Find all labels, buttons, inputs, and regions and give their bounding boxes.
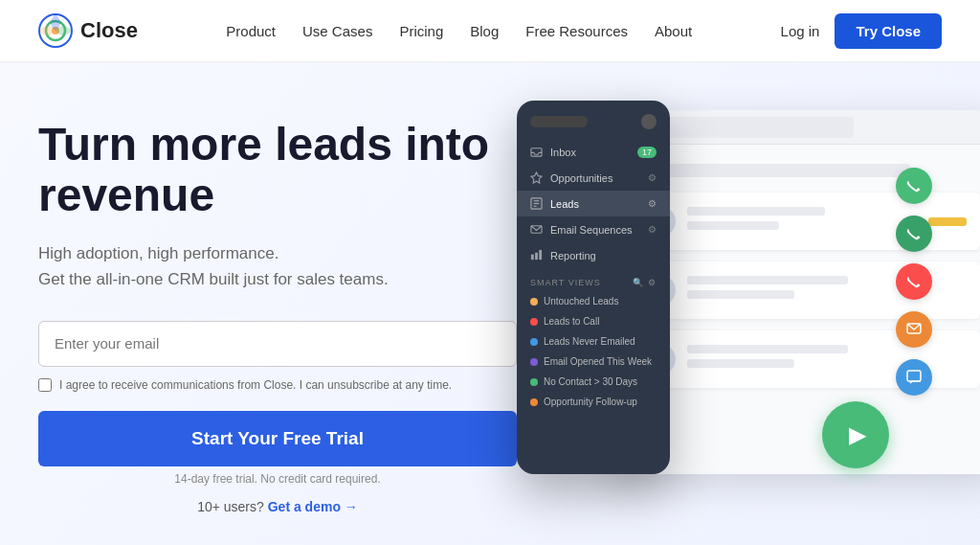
nav-link-blog[interactable]: Blog: [470, 23, 499, 39]
menu-reporting[interactable]: Reporting: [517, 242, 670, 268]
phone-icon-3: [905, 273, 923, 290]
inbox-icon: [530, 146, 543, 158]
card-lines-1: [687, 207, 917, 236]
sv-dot-opportunity-followup: [530, 398, 538, 406]
hero-right: Inbox 17 Opportunities ⚙ Leads ⚙: [517, 110, 942, 545]
demo-link[interactable]: Get a demo →: [268, 499, 358, 514]
smart-view-opportunity-followup[interactable]: Opportunity Follow-up: [517, 392, 670, 412]
smart-views-icons: 🔍 ⚙: [633, 278, 657, 287]
reporting-icon: [530, 249, 543, 261]
consent-label: I agree to receive communications from C…: [59, 378, 452, 392]
sv-dot-email-opened: [530, 358, 538, 366]
play-button[interactable]: [822, 401, 889, 468]
sv-dot-never-emailed: [530, 338, 538, 346]
card-line-2a: [687, 276, 848, 284]
smart-view-untouched[interactable]: Untouched Leads: [517, 291, 670, 311]
float-buttons: [896, 168, 932, 396]
try-close-button[interactable]: Try Close: [835, 13, 942, 49]
nav-actions: Log in Try Close: [781, 13, 942, 49]
logo-icon: [38, 13, 73, 48]
add-smart-view-icon[interactable]: ⚙: [648, 278, 657, 287]
nav-links: Product Use Cases Pricing Blog Free Reso…: [226, 23, 692, 39]
cta-subtext: 14-day free trial. No credit card requir…: [38, 472, 517, 486]
phone-icon-1: [905, 177, 923, 194]
menu-inbox[interactable]: Inbox 17: [517, 139, 670, 165]
phone-mockup: Inbox 17 Opportunities ⚙ Leads ⚙: [517, 101, 670, 474]
email-sequences-gear: ⚙: [648, 224, 657, 235]
sv-dot-leads-to-call: [530, 318, 538, 326]
phone-pill: [530, 116, 588, 127]
content-row-1: [632, 164, 910, 177]
float-call-button-3[interactable]: [896, 263, 932, 300]
message-icon: [905, 321, 923, 338]
checkbox-row: I agree to receive communications from C…: [38, 378, 517, 392]
phone-icon-2: [905, 225, 923, 242]
nav-link-use-cases[interactable]: Use Cases: [302, 23, 372, 39]
card-line-3b: [687, 359, 794, 368]
smart-view-leads-to-call[interactable]: Leads to Call: [517, 311, 670, 331]
menu-email-sequences[interactable]: Email Sequences ⚙: [517, 216, 670, 242]
smart-view-email-opened[interactable]: Email Opened This Week: [517, 352, 670, 372]
float-call-button-2[interactable]: [896, 216, 932, 252]
nav-link-pricing[interactable]: Pricing: [399, 23, 443, 39]
menu-leads[interactable]: Leads ⚙: [517, 191, 670, 216]
opportunities-gear: ⚙: [648, 172, 657, 183]
svg-rect-10: [531, 255, 534, 261]
smart-view-never-emailed[interactable]: Leads Never Emailed: [517, 331, 670, 352]
smart-views-header: SMART VIEWS 🔍 ⚙: [517, 268, 670, 291]
leads-icon: [530, 197, 543, 210]
demo-prefix: 10+ users?: [197, 499, 264, 514]
logo[interactable]: Close: [38, 13, 138, 48]
hero-title: Turn more leads into revenue: [38, 120, 517, 221]
navbar: Close Product Use Cases Pricing Blog Fre…: [0, 0, 980, 62]
svg-rect-20: [907, 371, 921, 381]
phone-circle: [641, 114, 657, 129]
email-sequences-icon: [530, 223, 543, 236]
logo-text: Close: [80, 18, 138, 43]
svg-marker-4: [531, 172, 542, 183]
phone-top-bar: [517, 114, 670, 139]
hero-section: Turn more leads into revenue High adopti…: [0, 62, 980, 545]
search-icon[interactable]: 🔍: [633, 278, 644, 287]
sv-dot-untouched: [530, 298, 538, 306]
float-call-button-1[interactable]: [896, 168, 932, 204]
hero-subtitle: High adoption, high performance.Get the …: [38, 240, 517, 292]
email-input[interactable]: [55, 335, 501, 352]
nav-link-about[interactable]: About: [655, 23, 692, 39]
start-trial-button[interactable]: Start Your Free Trial: [38, 411, 517, 466]
card-line-1b: [687, 221, 779, 230]
chat-icon: [905, 369, 923, 386]
email-input-wrap[interactable]: [38, 321, 517, 367]
float-chat-button[interactable]: [896, 359, 932, 396]
svg-rect-11: [535, 253, 538, 260]
card-line-1a: [687, 207, 825, 216]
opportunities-icon: [530, 171, 543, 184]
card-line-2b: [687, 290, 794, 299]
login-button[interactable]: Log in: [781, 23, 820, 39]
card-line-3a: [687, 345, 848, 353]
nav-link-product[interactable]: Product: [226, 23, 276, 39]
sv-dot-no-contact: [530, 378, 538, 386]
inbox-badge: 17: [637, 147, 657, 158]
nav-link-free-resources[interactable]: Free Resources: [525, 23, 628, 39]
demo-row: 10+ users? Get a demo →: [38, 499, 517, 514]
smart-view-no-contact[interactable]: No Contact > 30 Days: [517, 372, 670, 392]
leads-gear: ⚙: [648, 198, 657, 209]
hero-left: Turn more leads into revenue High adopti…: [38, 110, 517, 514]
menu-opportunities[interactable]: Opportunities ⚙: [517, 165, 670, 191]
consent-checkbox[interactable]: [38, 378, 52, 392]
float-message-button[interactable]: [896, 311, 932, 348]
card-accent-1: [928, 217, 967, 226]
svg-rect-12: [539, 250, 542, 260]
